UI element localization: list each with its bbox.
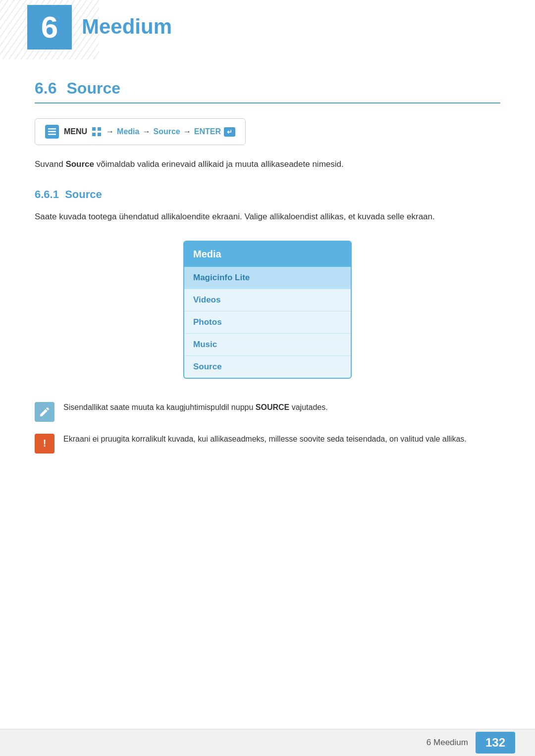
footer-chapter-ref: 6 Meedium (427, 738, 468, 748)
media-menu-item-photos: Photos (184, 311, 351, 334)
menu-svg-icon (48, 127, 56, 136)
chapter-number-box: 6 (27, 5, 72, 50)
media-menu-item-videos: Videos (184, 289, 351, 311)
svg-rect-2 (48, 134, 56, 135)
source-uppercase-bold: SOURCE (256, 403, 289, 411)
svg-rect-3 (92, 127, 96, 131)
svg-rect-1 (48, 131, 56, 133)
subsection-number: 6.6.1 (35, 188, 59, 201)
svg-rect-5 (92, 133, 96, 136)
page-header: 6 Meedium (0, 0, 535, 59)
media-menu-container: Media Magicinfo Lite Videos Photos Music… (35, 241, 500, 379)
svg-rect-0 (48, 128, 56, 130)
source-bold: Source (65, 159, 94, 169)
arrow-1: → (106, 127, 114, 136)
pencil-svg (39, 406, 51, 418)
subsection-title-text: Source (65, 188, 102, 201)
pencil-icon (35, 402, 54, 422)
note-warning: ! Ekraani ei pruugita korralikult kuvada… (35, 433, 500, 454)
arrow-2: → (142, 127, 150, 136)
warning-icon: ! (35, 434, 54, 454)
path-enter: ENTER (194, 127, 221, 136)
media-menu-item-magicinfo: Magicinfo Lite (184, 267, 351, 289)
media-menu-header: Media (184, 242, 351, 267)
section-description: Suvand Source võimaldab valida erinevaid… (35, 157, 500, 171)
subsection-description: Saate kuvada tootega ühendatud allikaloe… (35, 210, 500, 223)
chapter-title: Meedium (82, 15, 172, 39)
svg-rect-6 (98, 133, 101, 136)
note-pencil-text: Sisendallikat saate muuta ka kaugjuhtimi… (63, 401, 328, 414)
note-warning-text: Ekraani ei pruugita korralikult kuvada, … (63, 433, 467, 446)
menu-path-box: MENU → Media → Source → ENTER ↵ (35, 118, 246, 145)
media-menu: Media Magicinfo Lite Videos Photos Music… (183, 241, 352, 379)
enter-icon: ↵ (224, 127, 235, 137)
chapter-number: 6 (41, 12, 58, 43)
notes-area: Sisendallikat saate muuta ka kaugjuhtimi… (35, 401, 500, 454)
media-menu-item-source: Source (184, 356, 351, 378)
main-content: 6.6Source MENU → Media → Source → ENTER (0, 79, 535, 454)
path-source: Source (153, 127, 180, 136)
note-pencil: Sisendallikat saate muuta ka kaugjuhtimi… (35, 401, 500, 422)
section-title-text: Source (66, 79, 120, 97)
media-menu-item-music: Music (184, 334, 351, 356)
page-footer: 6 Meedium 132 (0, 729, 535, 756)
warning-svg: ! (39, 438, 51, 450)
menu-grid-icon (91, 126, 102, 137)
footer-page-number: 132 (476, 732, 515, 754)
menu-label: MENU (64, 127, 87, 136)
arrow-3: → (183, 127, 191, 136)
svg-text:!: ! (43, 438, 47, 449)
menu-icon (45, 125, 59, 139)
subsection-6-6-1-title: 6.6.1 Source (35, 188, 500, 201)
path-media: Media (117, 127, 139, 136)
section-number: 6.6 (35, 79, 56, 97)
svg-rect-4 (98, 127, 101, 131)
section-6-6-title: 6.6Source (35, 79, 500, 103)
